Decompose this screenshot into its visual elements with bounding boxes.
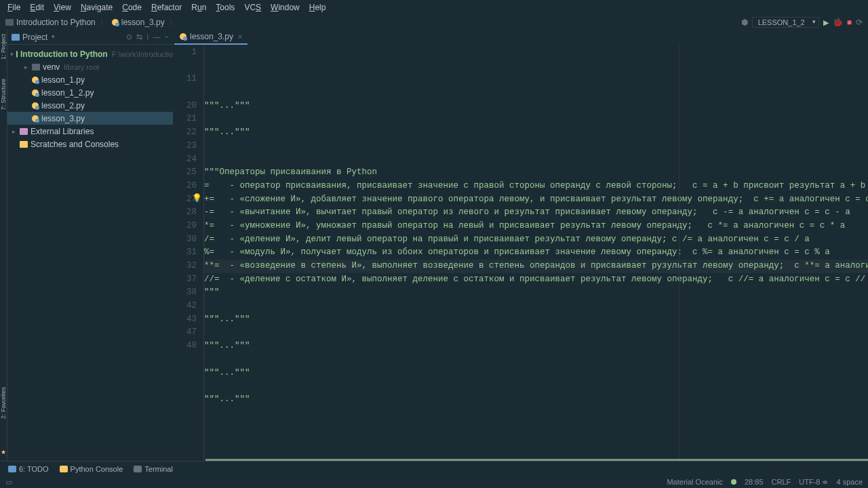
run-configuration-dropdown[interactable]: LESSON_1_2 xyxy=(752,17,819,28)
console-icon xyxy=(60,466,68,472)
tree-scratches[interactable]: Scratches and Consoles xyxy=(7,138,173,150)
python-file-icon xyxy=(32,115,39,122)
breadcrumb-project-label: Introduction to Python xyxy=(16,18,96,27)
status-indicator-icon xyxy=(731,479,736,485)
python-file-icon xyxy=(112,19,119,26)
project-view-selector[interactable]: Project ▼ xyxy=(12,33,56,42)
bookmarks-icon[interactable]: ★ xyxy=(1,449,6,455)
menu-code[interactable]: Code xyxy=(118,1,146,14)
breadcrumb-separator: 〉 xyxy=(100,17,108,28)
menu-bar: File Edit View Navigate Code Refactor Ru… xyxy=(0,0,868,15)
folder-icon xyxy=(32,64,40,70)
status-indent[interactable]: 4 space xyxy=(836,478,863,486)
python-file-icon xyxy=(32,89,39,96)
scratch-icon xyxy=(20,141,28,148)
menu-help[interactable]: Help xyxy=(305,1,330,14)
menu-refactor[interactable]: Refactor xyxy=(147,1,186,14)
menu-window[interactable]: Window xyxy=(267,1,304,14)
menu-tools[interactable]: Tools xyxy=(212,1,239,14)
debug-button[interactable]: 🐞 xyxy=(833,18,843,27)
status-bar: ▭ Material Oceanic 28:85 CRLF UTF-8 ≑ 4 … xyxy=(0,476,868,488)
todo-icon xyxy=(8,466,16,472)
editor-tab-active[interactable]: lesson_3.py × xyxy=(174,30,248,45)
menu-file[interactable]: File xyxy=(3,1,24,14)
project-tree[interactable]: ▾ Introduction to Python F:\work\Introdu… xyxy=(7,45,173,461)
folder-icon xyxy=(12,34,20,41)
project-folder-icon xyxy=(16,51,18,58)
code-content[interactable]: """...""""""...""""""Операторы присваива… xyxy=(204,45,868,461)
status-line-separator[interactable]: CRLF xyxy=(772,478,791,486)
python-file-icon xyxy=(32,102,39,109)
tree-file[interactable]: lesson_1.py xyxy=(7,73,173,86)
right-margin-guide xyxy=(679,45,679,461)
menu-edit[interactable]: Edit xyxy=(26,1,48,14)
python-file-icon xyxy=(180,33,186,40)
terminal-icon xyxy=(134,466,142,472)
horizontal-scrollbar[interactable] xyxy=(205,459,868,461)
folder-icon xyxy=(5,19,14,26)
side-tab-project[interactable]: 1: Project xyxy=(0,31,7,62)
expand-icon[interactable]: ⇆ xyxy=(136,33,142,41)
run-button[interactable]: ▶ xyxy=(823,18,829,27)
rerun-button[interactable]: ⟳ xyxy=(856,18,863,27)
editor-tab-bar: lesson_3.py × xyxy=(173,30,868,45)
breadcrumb-project[interactable]: Introduction to Python xyxy=(5,18,96,27)
bottom-tool-bar: 6: TODO Python Console Terminal xyxy=(0,461,868,476)
stop-button[interactable]: ■ xyxy=(847,18,852,27)
side-tab-favorites[interactable]: 2: Favorites xyxy=(0,384,7,422)
project-panel-header: Project ▼ ⊙ ⇆ ⁞ — − xyxy=(7,30,173,45)
breadcrumb-file-label: lesson_3.py xyxy=(121,18,165,27)
collapse-icon[interactable]: ⁞ xyxy=(146,33,149,41)
line-number-gutter[interactable]: 11120212223242526💡2728293031323738424347… xyxy=(173,45,204,461)
project-tool-window: Project ▼ ⊙ ⇆ ⁞ — − ▾ Introduction to Py… xyxy=(7,30,173,461)
menu-view[interactable]: View xyxy=(50,1,75,14)
tree-file[interactable]: lesson_1_2.py xyxy=(7,86,173,99)
locate-icon[interactable]: ⊙ xyxy=(126,33,132,41)
tool-todo[interactable]: 6: TODO xyxy=(8,465,49,473)
hide-icon[interactable]: − xyxy=(165,33,169,41)
breadcrumb-file[interactable]: lesson_3.py xyxy=(112,18,165,27)
event-log-icon[interactable]: ▭ xyxy=(5,478,12,487)
tree-file[interactable]: lesson_2.py xyxy=(7,99,173,112)
status-theme[interactable]: Material Oceanic xyxy=(667,478,723,486)
tool-window-stripe-left: 1: Project 7: Structure 2: Favorites ★ xyxy=(0,30,7,461)
breadcrumb-separator: 〉 xyxy=(169,17,177,28)
tree-file-selected[interactable]: lesson_3.py xyxy=(7,112,173,125)
side-tab-structure[interactable]: 7: Structure xyxy=(0,76,7,113)
navigation-bar: Introduction to Python 〉 lesson_3.py 〉 ⬢… xyxy=(0,15,868,30)
python-file-icon xyxy=(32,77,39,83)
hammer-icon[interactable]: ⬢ xyxy=(741,18,748,27)
tree-project-root[interactable]: ▾ Introduction to Python F:\work\Introdu… xyxy=(7,47,173,60)
menu-vcs[interactable]: VCS xyxy=(240,1,265,14)
menu-run[interactable]: Run xyxy=(187,1,210,14)
close-tab-icon[interactable]: × xyxy=(238,33,242,41)
menu-navigate[interactable]: Navigate xyxy=(77,1,117,14)
tree-external-libraries[interactable]: ▸ External Libraries xyxy=(7,125,173,138)
editor-area: lesson_3.py × 11120212223242526💡27282930… xyxy=(173,30,868,461)
tool-terminal[interactable]: Terminal xyxy=(134,465,173,473)
settings-icon[interactable]: — xyxy=(153,33,161,41)
status-encoding[interactable]: UTF-8 ≑ xyxy=(799,478,828,487)
library-icon xyxy=(20,128,28,135)
tool-python-console[interactable]: Python Console xyxy=(60,465,123,473)
code-editor[interactable]: 11120212223242526💡2728293031323738424347… xyxy=(173,45,868,461)
tree-venv[interactable]: ▸ venv library root xyxy=(7,60,173,73)
status-caret-position[interactable]: 28:85 xyxy=(745,478,764,486)
